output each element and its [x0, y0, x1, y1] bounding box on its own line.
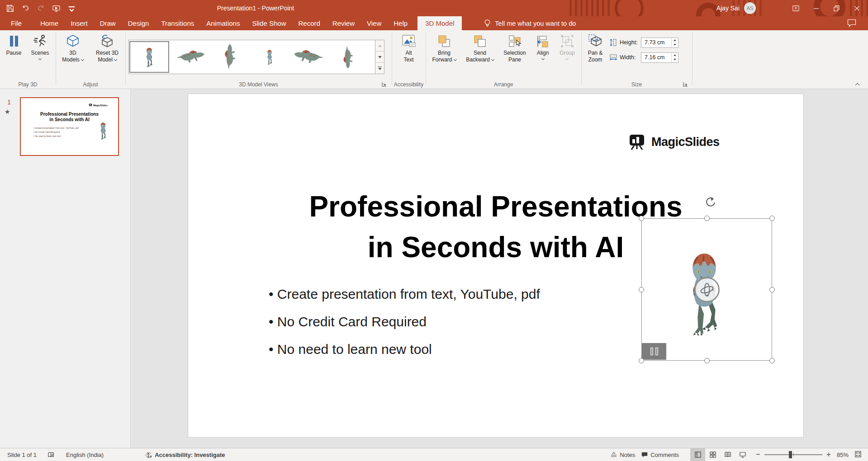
slide-show-view-button[interactable]: [735, 448, 750, 461]
height-spin-down-button[interactable]: [672, 42, 678, 47]
resize-handle-top-middle[interactable]: [704, 216, 710, 221]
accessibility-status[interactable]: Accessibility: Investigate: [155, 452, 225, 458]
tab-home[interactable]: Home: [40, 16, 58, 30]
resize-handle-bottom-left[interactable]: [639, 358, 644, 363]
animation-indicator-star-icon[interactable]: ★: [5, 108, 10, 115]
tab-view[interactable]: View: [367, 16, 381, 30]
slide-indicator[interactable]: Slide 1 of 1: [7, 452, 37, 458]
user-name[interactable]: Ajay Sai: [692, 0, 740, 16]
close-button[interactable]: [847, 0, 867, 16]
tab-3d-model[interactable]: 3D Model Tools 3D Model: [417, 16, 462, 30]
rotate-handle-icon[interactable]: [703, 196, 716, 208]
tab-design[interactable]: Design: [128, 16, 149, 30]
undo-button[interactable]: [20, 2, 31, 14]
model-pause-overlay-button[interactable]: [642, 343, 666, 360]
send-backward-button[interactable]: SendBackward: [461, 30, 498, 78]
gallery-item-selected[interactable]: [129, 41, 169, 73]
gallery-item[interactable]: [328, 41, 368, 73]
size-dialog-launcher-icon[interactable]: [683, 81, 688, 87]
customize-quick-access-icon[interactable]: [66, 2, 77, 14]
width-spinner: [671, 53, 678, 62]
pan-zoom-button[interactable]: Pan &Zoom: [582, 30, 608, 78]
gallery-item[interactable]: [289, 41, 329, 73]
gallery-scroll-down-button[interactable]: [375, 52, 384, 63]
width-spin-up-button[interactable]: [672, 53, 678, 58]
gallery-more-button[interactable]: [375, 63, 384, 74]
gallery-item[interactable]: [250, 41, 289, 73]
3d-model-selection-box[interactable]: [641, 218, 772, 361]
window-title: Presentation1 - PowerPoint: [190, 0, 321, 16]
minimize-button[interactable]: [806, 0, 826, 16]
resize-handle-bottom-right[interactable]: [769, 358, 775, 363]
start-from-beginning-button[interactable]: [51, 2, 62, 14]
selection-pane-button[interactable]: SelectionPane: [498, 30, 531, 78]
resize-handle-top-left[interactable]: [639, 216, 644, 221]
pause-button[interactable]: Pause: [2, 30, 26, 78]
zoom-in-button[interactable]: +: [826, 450, 831, 459]
normal-view-button[interactable]: [690, 448, 705, 461]
notes-toggle[interactable]: Notes: [610, 451, 635, 458]
ribbon-tab-row: File Home Insert Draw Design Transitions…: [0, 16, 868, 30]
width-input[interactable]: [641, 53, 669, 62]
reading-view-button[interactable]: [720, 448, 735, 461]
gallery-item[interactable]: [210, 41, 250, 73]
fit-to-window-button[interactable]: [854, 451, 862, 459]
views-dialog-launcher-icon[interactable]: [381, 81, 387, 87]
dropdown-chevron-icon: [38, 57, 42, 60]
resize-handle-middle-right[interactable]: [769, 287, 775, 292]
gallery-item[interactable]: [171, 41, 210, 73]
zoom-level[interactable]: 85%: [837, 452, 849, 458]
bring-forward-button[interactable]: BringForward: [427, 30, 461, 78]
height-input[interactable]: [641, 38, 669, 47]
comments-bubble-icon[interactable]: [847, 19, 857, 28]
view-switcher: [690, 448, 750, 461]
save-button[interactable]: [5, 2, 15, 14]
tab-file[interactable]: File: [11, 16, 22, 30]
3d-rotate-control-icon[interactable]: [694, 277, 720, 302]
tab-record[interactable]: Record: [298, 16, 320, 30]
slide-thumbnail[interactable]: MagicSlides Professional Presentationsin…: [20, 97, 119, 156]
slide[interactable]: MagicSlides Professional Presentations i…: [188, 94, 803, 437]
width-row: Width:: [609, 52, 678, 63]
height-spin-up-button[interactable]: [672, 38, 678, 43]
zoom-slider-thumb[interactable]: [789, 451, 792, 458]
ribbon: Pause Scenes Play 3D: [0, 30, 868, 89]
zoom-out-button[interactable]: −: [756, 450, 760, 459]
dino-view-back-icon: [341, 44, 356, 70]
tab-slide-show[interactable]: Slide Show: [252, 16, 286, 30]
width-spin-down-button[interactable]: [672, 57, 678, 62]
tab-draw[interactable]: Draw: [100, 16, 116, 30]
redo-button[interactable]: [35, 2, 46, 14]
scenes-button[interactable]: Scenes: [26, 30, 54, 78]
group-objects-icon: [560, 34, 574, 48]
resize-handle-top-right[interactable]: [769, 216, 775, 221]
tab-review[interactable]: Review: [332, 16, 355, 30]
avatar[interactable]: AS: [744, 2, 756, 14]
tab-transitions[interactable]: Transitions: [161, 16, 194, 30]
alt-text-button[interactable]: AltText: [395, 30, 422, 78]
tab-insert[interactable]: Insert: [71, 16, 88, 30]
ribbon-display-options-button[interactable]: [786, 0, 806, 16]
tell-me-box[interactable]: Tell me what you want to do: [484, 16, 576, 30]
restore-button[interactable]: [826, 0, 847, 16]
zoom-slider[interactable]: [764, 454, 822, 455]
collapse-ribbon-button[interactable]: [854, 80, 861, 85]
comments-toggle[interactable]: Comments: [641, 451, 679, 458]
gallery-scrollbar: [375, 40, 384, 74]
title-bar: Presentation1 - PowerPoint Ajay Sai AS: [0, 0, 868, 16]
language-indicator[interactable]: English (India): [66, 452, 104, 458]
gallery-scroll-up-button[interactable]: [375, 40, 384, 52]
tab-animations[interactable]: Animations: [206, 16, 240, 30]
slide-bullet-list[interactable]: Create presentation from text, YouTube, …: [269, 280, 540, 363]
slide-canvas-area[interactable]: MagicSlides Professional Presentations i…: [131, 89, 868, 448]
resize-handle-middle-left[interactable]: [639, 287, 644, 292]
align-button[interactable]: Align: [531, 30, 555, 78]
tab-help[interactable]: Help: [394, 16, 408, 30]
3d-models-button[interactable]: 3DModels: [56, 30, 90, 78]
window-controls: [786, 0, 867, 16]
reset-3d-model-button[interactable]: Reset 3DModel: [90, 30, 125, 78]
resize-handle-bottom-middle[interactable]: [704, 358, 710, 363]
spell-check-icon[interactable]: [47, 452, 54, 458]
slide-sorter-view-button[interactable]: [705, 448, 720, 461]
accessibility-checker-icon[interactable]: [145, 452, 152, 458]
